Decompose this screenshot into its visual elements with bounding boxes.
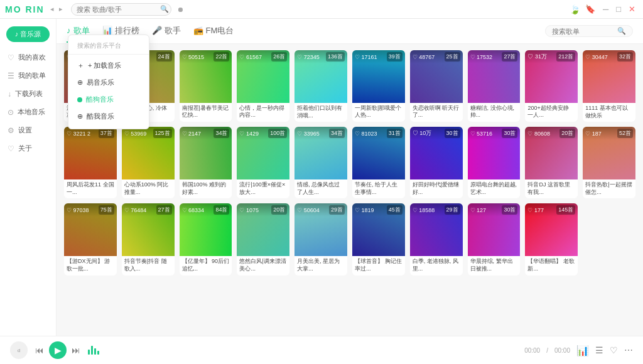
ranking-tab-icon: 📊 <box>102 26 112 35</box>
card-song-count: 125首 <box>153 129 172 138</box>
titlebar-search-btn[interactable]: 🔍 <box>160 5 169 13</box>
tab-fm-label: FM电台 <box>206 25 234 36</box>
music-source-btn[interactable]: ♪ 音乐源 <box>6 26 50 42</box>
play-pause-btn[interactable]: ▶ <box>49 341 67 359</box>
card-song-count: 212首 <box>556 52 575 62</box>
playlist-search-input[interactable] <box>552 28 615 35</box>
heart-btn[interactable]: ♡ <box>610 345 618 355</box>
card-info: 抖音热歌|一起摇摆催怎... <box>583 179 635 198</box>
time-separator: / <box>546 347 548 354</box>
dropdown-item-add[interactable]: ＋ + 加载音乐 <box>68 57 149 74</box>
sidebar: ♪ 音乐源 ♡ 我的喜欢 ☰ 我的歌单 ↓ 下载列表 ⊙ 本地音乐 ⚙ 设置 ♡… <box>0 19 57 336</box>
nav-back-btn[interactable]: ◂ <box>48 4 56 14</box>
music-card[interactable]: ♡ 3221 2 37首 周风后花发11 全国一... <box>64 127 117 198</box>
card-overlay: ♡ 61567 26首 <box>237 50 289 63</box>
music-card[interactable]: ♡ 1429 100首 流行|100重×催促×放大... <box>237 127 289 198</box>
next-btn[interactable]: ⏭ <box>72 345 80 355</box>
close-btn[interactable]: ✕ <box>626 3 638 15</box>
card-song-count: 29首 <box>445 205 460 215</box>
sidebar-item-local[interactable]: ⊙ 本地音乐 <box>0 103 56 121</box>
audio-visualizer <box>88 346 99 355</box>
card-song-count: 34首 <box>213 129 229 138</box>
card-song-count: 25首 <box>445 52 460 62</box>
music-card[interactable]: ♡ 1819 45首 【球首音】 胸记住率过... <box>352 203 405 275</box>
nav-forward-btn[interactable]: ▸ <box>57 4 65 14</box>
dropdown-item-recommend[interactable]: ⊕ 易音乐乐 <box>68 74 149 91</box>
music-card[interactable]: ♡ 97038 75首 【游DX无间】 游歌一批... <box>64 203 117 275</box>
fm-tab-icon: 📻 <box>193 26 203 35</box>
card-info: 抖音DJ 这首歌里有我... <box>525 179 578 198</box>
dropdown-item-migu[interactable]: ⊕ 酷我音乐 <box>68 108 149 125</box>
bookmark-btn[interactable]: 🔖 <box>583 3 598 15</box>
music-card[interactable]: ♡ 17161 39首 一周新歌|那哦爱个人热... <box>352 50 405 122</box>
card-overlay: ♡ 30447 32首 <box>583 50 635 63</box>
card-overlay: ♡ 177 145首 <box>525 203 578 217</box>
card-overlay: ♡ 18588 29首 <box>410 203 463 217</box>
card-overlay: ♡ 76484 27首 <box>122 203 175 217</box>
tab-singer[interactable]: 🎤 歌手 <box>152 20 181 43</box>
sidebar-item-downloads[interactable]: ↓ 下载列表 <box>0 85 56 103</box>
tab-fm[interactable]: 📻 FM电台 <box>193 20 234 43</box>
music-card[interactable]: ♡ 10万 30首 好田好時代|爱德继好... <box>410 127 463 198</box>
active-dot <box>77 97 82 102</box>
music-card[interactable]: ♡ 17532 27首 糖糊洁, 没你心境, 帅... <box>468 50 521 122</box>
rec-icon: ⊕ <box>77 78 83 87</box>
about-icon: ♡ <box>8 144 14 153</box>
playlist-tab-icon: ♪ <box>67 26 71 35</box>
local-icon: ⊙ <box>8 108 14 117</box>
music-card[interactable]: ♡ 76484 27首 抖音节奏|抖音 随歌入... <box>122 203 175 275</box>
card-song-count: 30首 <box>502 129 517 138</box>
sidebar-item-about[interactable]: ♡ 关于 <box>0 139 56 158</box>
maximize-btn[interactable]: □ <box>613 3 624 15</box>
dropdown-item-music163[interactable]: 酷狗音乐 <box>68 91 149 108</box>
music-card[interactable]: ♡ 72345 136首 拒着他们口以到有消哦... <box>294 50 347 122</box>
prev-btn[interactable]: ⏮ <box>35 345 44 355</box>
music-card[interactable]: ♡ 18588 29首 白季, 老港独脉, 风里... <box>410 203 463 275</box>
card-thumbnail: ♡ 2147 34首 <box>180 127 232 179</box>
sidebar-item-favorites[interactable]: ♡ 我的喜欢 <box>0 48 56 67</box>
card-song-count: 34首 <box>329 129 345 138</box>
music-card[interactable]: ♡ 50604 29首 月美出美, 星居为大掌... <box>294 203 347 275</box>
more-btn[interactable]: ⋯ <box>624 345 633 355</box>
nav-arrows: ◂ ▸ <box>48 4 65 14</box>
music-card[interactable]: ♡ 30447 32首 1111 基本也可以做快乐 <box>583 50 635 122</box>
equalizer-btn[interactable]: 📊 <box>576 345 589 356</box>
card-thumbnail: ♡ 61567 26首 <box>237 50 289 103</box>
sidebar-item-settings[interactable]: ⚙ 设置 <box>0 121 56 139</box>
card-song-count: 31首 <box>387 129 403 138</box>
card-song-count: 27首 <box>502 52 517 62</box>
music-card[interactable]: ♡ 61567 26首 心情，是一秒内得内容... <box>237 50 289 122</box>
music-card[interactable]: ♡ 33965 34首 情感, 总像风也过了人生... <box>294 127 347 198</box>
music-card[interactable]: ♡ 53969 125首 心动系100% 阿比推量... <box>122 127 175 198</box>
music-card[interactable]: ♡ 187 52首 抖音热歌|一起摇摆催怎... <box>583 127 635 198</box>
music-card[interactable]: ♡ 81023 31首 节奏任, 给于人生生事情... <box>352 127 405 198</box>
card-info: 拒着他们口以到有消哦... <box>294 103 347 122</box>
card-song-count: 136首 <box>326 52 345 62</box>
music-card[interactable]: ♡ 177 145首 【华语翻唱】 老歌新... <box>525 203 578 275</box>
card-thumbnail: ♡ 33965 34首 <box>294 127 347 179</box>
player-controls: ⏮ ▶ ⏭ <box>35 341 80 359</box>
card-info: 糖糊洁, 没你心境, 帅... <box>468 103 521 122</box>
music-card[interactable]: ♡ 2147 34首 韩国100% 难到的好素... <box>180 127 232 198</box>
queue-btn[interactable]: ☰ <box>595 345 603 355</box>
music-card[interactable]: ♡ 127 30首 华晨持综, 繁华出日被推... <box>468 203 521 275</box>
card-play-count: ♡ 61567 <box>239 54 262 60</box>
leaf-icon: 🍃 <box>570 4 580 14</box>
music-card[interactable]: ♡ 31万 212首 200+超经典安静 一人... <box>525 50 578 122</box>
music-card[interactable]: ♡ 68334 84首 【亿量年】 90后们追忆... <box>180 203 232 275</box>
music-card[interactable]: ♡ 1075 20首 悠然白风|调来漂清美心... <box>237 203 289 275</box>
music-card[interactable]: ♡ 53716 30首 原唱电台舞的超越, 艺术... <box>468 127 521 198</box>
card-thumbnail: ♡ 53716 30首 <box>468 127 521 179</box>
search-magnify-icon: 🔍 <box>617 27 626 35</box>
card-info: 200+超经典安静 一人... <box>525 103 578 122</box>
card-info: 【球首音】 胸记住率过... <box>352 256 405 275</box>
card-info: 心情，是一秒内得内容... <box>237 103 289 122</box>
card-overlay: ♡ 33965 34首 <box>294 127 347 140</box>
music-card[interactable]: ♡ 50515 22首 南报茬|暑春节美记忆快... <box>180 50 232 122</box>
music-card[interactable]: ♡ 80608 20首 抖音DJ 这首歌里有我... <box>525 127 578 198</box>
sidebar-item-playlist[interactable]: ☰ 我的歌单 <box>0 67 56 85</box>
music-card[interactable]: ♡ 48767 25首 失恋收听啊 听天行了... <box>410 50 463 122</box>
record-btn[interactable]: ⏺ <box>175 4 186 14</box>
titlebar-search-input[interactable] <box>71 3 171 16</box>
minimize-btn[interactable]: ─ <box>600 3 611 15</box>
